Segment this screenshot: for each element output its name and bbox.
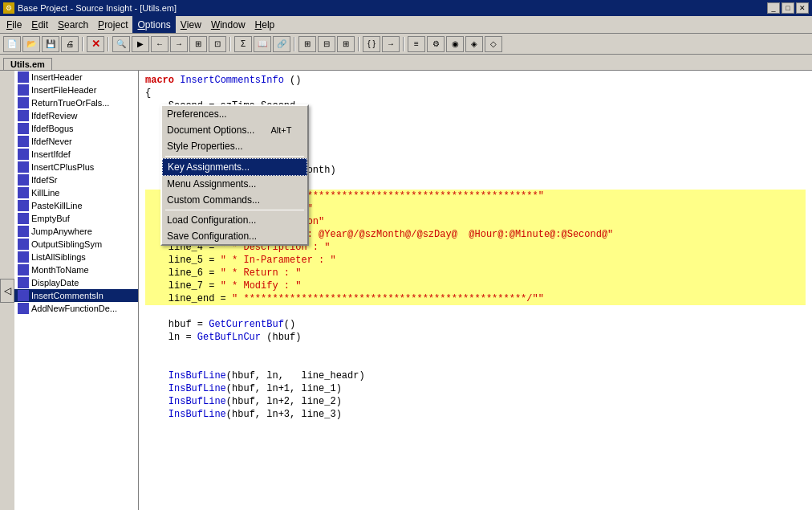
title-text: Base Project - Source Insight - [Utils.e… bbox=[18, 3, 177, 13]
sidebar-item-icon bbox=[18, 277, 29, 288]
toolbar-btn2[interactable]: ▶ bbox=[132, 36, 149, 52]
code-line: InsBufLine(hbuf, ln+3, line_3) bbox=[145, 408, 806, 421]
extra-btn5[interactable]: ◇ bbox=[485, 36, 502, 52]
sidebar-item-label: DisplayDate bbox=[31, 278, 79, 288]
sidebar-item-ifdefsr[interactable]: IfdefSr bbox=[14, 173, 138, 186]
sidebar-item-icon bbox=[18, 303, 29, 314]
sidebar-item-insertheader[interactable]: InsertHeader bbox=[14, 71, 138, 84]
sidebar-item-label: MonthToName bbox=[31, 265, 89, 275]
sidebar-item-label: PasteKillLine bbox=[31, 201, 83, 210]
sidebar-item-ifdefreview[interactable]: IfdefReview bbox=[14, 109, 138, 122]
extra-btn2[interactable]: ⚙ bbox=[427, 36, 445, 52]
sidebar-item-monthtoname[interactable]: MonthToName bbox=[14, 263, 138, 276]
ref-btn[interactable]: 🔗 bbox=[273, 36, 290, 52]
sidebar-item-pastekillline[interactable]: PasteKillLine bbox=[14, 199, 138, 212]
sym-btn[interactable]: Σ bbox=[234, 36, 252, 52]
sidebar-item-insertfileheader[interactable]: InsertFileHeader bbox=[14, 84, 138, 96]
menu-window[interactable]: Window bbox=[206, 16, 250, 33]
sep5 bbox=[358, 37, 359, 51]
menu-search[interactable]: Search bbox=[53, 16, 93, 33]
sidebar-item-insertcplusplus[interactable]: InsertCPlusPlus bbox=[14, 161, 138, 173]
code-line bbox=[145, 305, 806, 318]
sidebar-item-label: ReturnTrueOrFals... bbox=[31, 98, 109, 108]
sidebar-item-ifdefbogus[interactable]: IfdefBogus bbox=[14, 122, 138, 135]
grid-btn3[interactable]: ⊞ bbox=[337, 36, 355, 52]
sep4 bbox=[294, 37, 295, 51]
extra-btn1[interactable]: ≡ bbox=[408, 36, 425, 52]
close-file-button[interactable]: ✕ bbox=[87, 36, 104, 52]
menu-options[interactable]: Options bbox=[132, 16, 175, 33]
menu-key-assignments[interactable]: Key Assignments... bbox=[162, 158, 307, 176]
sidebar-item-label: InsertIfdef bbox=[31, 149, 71, 159]
app-icon: ⚙ bbox=[3, 2, 14, 14]
forward-button[interactable]: → bbox=[170, 36, 188, 52]
menu-save-config[interactable]: Save Configuration... bbox=[162, 228, 307, 244]
menu-edit[interactable]: Edit bbox=[26, 16, 53, 33]
nav-btn2[interactable]: ⊡ bbox=[209, 36, 226, 52]
sidebar-item-icon bbox=[18, 264, 29, 275]
title-bar: ⚙ Base Project - Source Insight - [Utils… bbox=[0, 0, 812, 16]
sidebar-item-label: JumpAnywhere bbox=[31, 226, 92, 236]
search-icon[interactable]: 🔍 bbox=[112, 36, 130, 52]
code-line bbox=[145, 357, 806, 369]
sidebar-item-icon bbox=[18, 251, 29, 263]
sidebar-item-insertcommentsin[interactable]: InsertCommentsIn bbox=[14, 289, 138, 302]
code-line: line_5 = " * In-Parameter : " bbox=[145, 254, 806, 267]
menu-file[interactable]: File bbox=[2, 16, 26, 33]
menu-preferences[interactable]: Preferences... bbox=[162, 106, 307, 122]
code-line bbox=[145, 344, 806, 357]
code-btn2[interactable]: → bbox=[382, 36, 400, 52]
code-line: line_7 = " * Modify : " bbox=[145, 279, 806, 292]
minimize-button[interactable]: _ bbox=[767, 2, 780, 14]
sidebar-item-outputsiblingsym[interactable]: OutputSiblingSym bbox=[14, 238, 138, 251]
sidebar-item-label: OutputSiblingSym bbox=[31, 239, 102, 249]
menu-style-properties[interactable]: Style Properties... bbox=[162, 138, 307, 154]
left-scroll-button[interactable]: ◁ bbox=[0, 279, 14, 303]
sidebar-item-icon bbox=[18, 174, 29, 186]
save-button[interactable]: 💾 bbox=[42, 36, 59, 52]
print-button[interactable]: 🖨 bbox=[61, 36, 79, 52]
sidebar-item-listallsiblings[interactable]: ListAllSiblings bbox=[14, 251, 138, 263]
dropdown-sep2 bbox=[165, 210, 304, 210]
grid-btn1[interactable]: ⊞ bbox=[298, 36, 316, 52]
open-button[interactable]: 📂 bbox=[22, 36, 40, 52]
sidebar-item-insertifdef[interactable]: InsertIfdef bbox=[14, 148, 138, 161]
menu-bar: File Edit Search Project Options View Wi… bbox=[0, 16, 812, 34]
sep3 bbox=[229, 37, 231, 51]
sidebar-item-returntrueorfals---[interactable]: ReturnTrueOrFals... bbox=[14, 96, 138, 109]
tab-area: Utils.em bbox=[0, 55, 812, 71]
sidebar-item-jumpanywhere[interactable]: JumpAnywhere bbox=[14, 225, 138, 238]
sidebar-item-icon bbox=[18, 213, 29, 224]
grid-btn2[interactable]: ⊟ bbox=[318, 36, 335, 52]
menu-load-config[interactable]: Load Configuration... bbox=[162, 212, 307, 228]
new-button[interactable]: 📄 bbox=[3, 36, 21, 52]
book-btn[interactable]: 📖 bbox=[254, 36, 271, 52]
extra-btn3[interactable]: ◉ bbox=[446, 36, 464, 52]
main-area: ◁ InsertHeaderInsertFileHeaderReturnTrue… bbox=[0, 71, 812, 510]
menu-view[interactable]: View bbox=[176, 16, 206, 33]
toolbar: 📄 📂 💾 🖨 ✕ 🔍 ▶ ← → ⊞ ⊡ Σ 📖 🔗 ⊞ ⊟ ⊞ { } → … bbox=[0, 34, 812, 55]
close-button[interactable]: ✕ bbox=[796, 2, 809, 14]
sidebar-item-label: IfdefNever bbox=[31, 137, 72, 146]
extra-btn4[interactable]: ◈ bbox=[465, 36, 483, 52]
sidebar-item-icon bbox=[18, 187, 29, 198]
sidebar-item-ifdefnever[interactable]: IfdefNever bbox=[14, 135, 138, 148]
menu-menu-assignments[interactable]: Menu Assignments... bbox=[162, 176, 307, 192]
sidebar-item-label: ListAllSiblings bbox=[31, 252, 86, 262]
code-line: InsBufLine(hbuf, ln+2, line_2) bbox=[145, 395, 806, 408]
menu-custom-commands[interactable]: Custom Commands... bbox=[162, 192, 307, 208]
sidebar-item-addnewfunctionde---[interactable]: AddNewFunctionDe... bbox=[14, 302, 138, 315]
back-button[interactable]: ← bbox=[151, 36, 168, 52]
sidebar-item-emptybuf[interactable]: EmptyBuf bbox=[14, 212, 138, 225]
menu-document-options[interactable]: Document Options... Alt+T bbox=[162, 122, 307, 138]
sidebar-item-icon bbox=[18, 123, 29, 134]
menu-project[interactable]: Project bbox=[93, 16, 132, 33]
menu-help[interactable]: Help bbox=[250, 16, 280, 33]
code-line: line_end = " ***************************… bbox=[145, 292, 806, 305]
sidebar-item-killline[interactable]: KillLine bbox=[14, 186, 138, 199]
nav-btn1[interactable]: ⊞ bbox=[189, 36, 207, 52]
code-btn1[interactable]: { } bbox=[363, 36, 380, 52]
file-tab-utils[interactable]: Utils.em bbox=[3, 58, 52, 70]
maximize-button[interactable]: □ bbox=[782, 2, 794, 14]
sidebar-item-displaydate[interactable]: DisplayDate bbox=[14, 276, 138, 289]
